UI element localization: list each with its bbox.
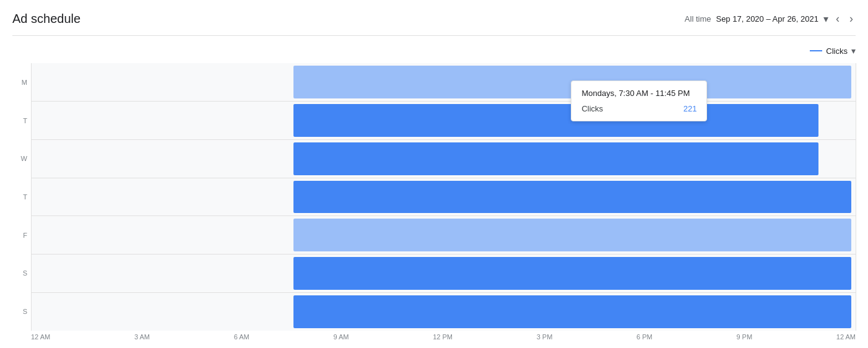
grid-and-bars: Mondays, 7:30 AM - 11:45 PM Clicks 221: [31, 63, 856, 348]
day-row-friday[interactable]: [32, 216, 856, 254]
chart-inner: M T W T F S S: [12, 63, 856, 348]
header-controls: All time Sep 17, 2020 – Apr 26, 2021 ▾ ‹…: [685, 10, 856, 28]
x-label-3pm: 3 PM: [537, 333, 553, 348]
bars-area: Mondays, 7:30 AM - 11:45 PM Clicks 221: [31, 63, 856, 331]
legend-line-clicks: [810, 50, 822, 51]
legend-row: Clicks ▾: [12, 41, 856, 63]
x-label-12pm: 12 PM: [433, 333, 453, 348]
day-row-thursday[interactable]: [32, 178, 856, 217]
bar-friday[interactable]: [293, 219, 851, 251]
day-row-wednesday[interactable]: [32, 140, 856, 178]
legend-label-clicks: Clicks: [826, 46, 848, 56]
chart-area: Clicks ▾ M T W T F S S: [12, 36, 856, 348]
prev-nav-icon[interactable]: ‹: [833, 10, 842, 28]
bar-saturday[interactable]: [293, 257, 851, 290]
x-axis: 12 AM 3 AM 6 AM 9 AM 12 PM 3 PM 6 PM 9 P…: [31, 331, 856, 348]
y-label-s1: S: [12, 269, 31, 277]
x-label-9am: 9 AM: [333, 333, 349, 348]
x-label-12am-1: 12 AM: [31, 333, 50, 348]
y-label-t2: T: [12, 193, 31, 201]
day-row-saturday[interactable]: [32, 254, 856, 293]
y-label-w: W: [12, 155, 31, 162]
tooltip-value: 221: [684, 104, 697, 113]
x-label-6pm: 6 PM: [636, 333, 653, 348]
bar-thursday[interactable]: [293, 181, 851, 214]
chart-body: M T W T F S S: [12, 63, 856, 348]
y-label-m: M: [12, 79, 31, 86]
y-label-f: F: [12, 232, 31, 239]
bar-sunday[interactable]: [293, 295, 851, 328]
x-label-12am-2: 12 AM: [836, 333, 856, 348]
all-time-label: All time: [685, 14, 711, 24]
legend-dropdown-icon[interactable]: ▾: [851, 46, 856, 56]
page-title: Ad schedule: [12, 12, 80, 26]
y-label-t1: T: [12, 117, 31, 124]
tooltip-title: Mondays, 7:30 AM - 11:45 PM: [581, 89, 697, 98]
next-nav-icon[interactable]: ›: [847, 10, 856, 28]
day-row-tuesday[interactable]: [32, 102, 856, 140]
date-dropdown-icon[interactable]: ▾: [823, 13, 828, 25]
tooltip: Mondays, 7:30 AM - 11:45 PM Clicks 221: [571, 80, 707, 121]
date-range: Sep 17, 2020 – Apr 26, 2021: [716, 14, 818, 24]
bar-wednesday[interactable]: [293, 142, 818, 175]
x-label-3am: 3 AM: [134, 333, 150, 348]
x-label-9pm: 9 PM: [736, 333, 752, 348]
tooltip-row-clicks: Clicks 221: [581, 104, 697, 113]
x-label-6am: 6 AM: [234, 333, 250, 348]
header: Ad schedule All time Sep 17, 2020 – Apr …: [12, 0, 856, 36]
grid-line-8: [856, 63, 856, 331]
y-axis: M T W T F S S: [12, 63, 31, 348]
page-container: Ad schedule All time Sep 17, 2020 – Apr …: [0, 0, 868, 348]
day-row-monday[interactable]: Mondays, 7:30 AM - 11:45 PM Clicks 221: [32, 63, 856, 102]
y-label-s2: S: [12, 308, 31, 315]
bar-tuesday[interactable]: [293, 104, 818, 137]
day-row-sunday[interactable]: [32, 293, 856, 331]
tooltip-metric: Clicks: [581, 104, 603, 113]
